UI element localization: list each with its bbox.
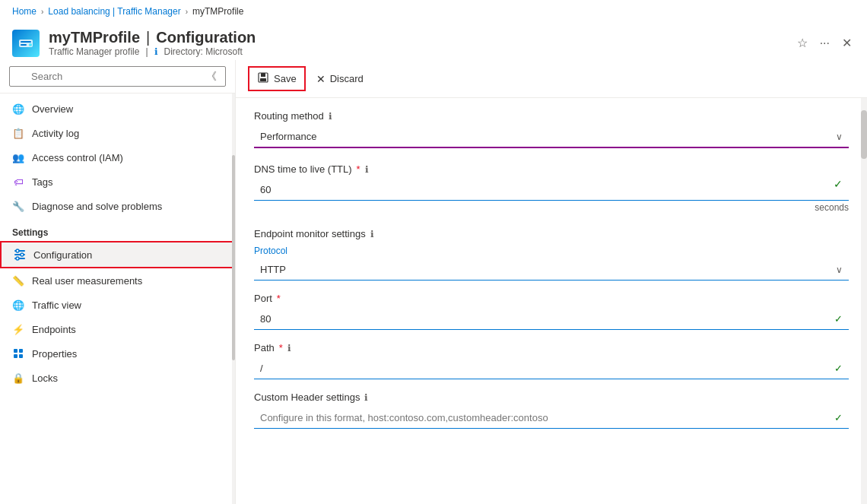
- save-button[interactable]: Save: [248, 66, 306, 91]
- endpoint-monitor-label: Endpoint monitor settings ℹ: [254, 228, 849, 239]
- nav-item-access-control[interactable]: 👥 Access control (IAM): [0, 145, 235, 170]
- endpoint-monitor-info-icon[interactable]: ℹ: [370, 229, 374, 239]
- protocol-select-wrapper: HTTP HTTPS TCP ∨: [254, 259, 849, 281]
- content-toolbar: Save ✕ Discard: [236, 60, 867, 98]
- dns-ttl-input[interactable]: 60: [254, 179, 834, 200]
- sidebar-nav: 🌐 Overview 📋 Activity log 👥 Access contr…: [0, 94, 235, 504]
- people-icon: 👥: [12, 151, 24, 163]
- sidebar-search-container: 🔍 《: [0, 60, 235, 94]
- custom-header-label: Custom Header settings ℹ: [254, 391, 849, 403]
- svg-point-3: [29, 43, 32, 46]
- discard-label: Discard: [330, 73, 364, 84]
- port-input[interactable]: 80: [254, 309, 834, 329]
- port-input-wrapper: 80 ✓: [254, 309, 849, 330]
- nav-label-access-control: Access control (IAM): [32, 152, 123, 163]
- custom-header-check-icon: ✓: [834, 412, 849, 423]
- custom-header-input[interactable]: [254, 407, 834, 428]
- page-title: myTMProfile | Configuration: [49, 29, 256, 46]
- nav-item-configuration[interactable]: Configuration: [0, 241, 235, 268]
- tag-icon: 🏷: [12, 176, 24, 188]
- svg-rect-13: [19, 354, 23, 358]
- routing-method-label: Routing method ℹ: [254, 110, 849, 122]
- nav-item-traffic-view[interactable]: 🌐 Traffic view: [0, 293, 235, 317]
- nav-label-locks: Locks: [32, 372, 58, 384]
- nav-item-endpoints[interactable]: ⚡ Endpoints: [0, 317, 235, 341]
- sidebar-collapse-button[interactable]: 《: [206, 70, 217, 84]
- config-icon: [14, 249, 26, 261]
- star-button[interactable]: ☆: [794, 33, 811, 53]
- nav-label-configuration: Configuration: [33, 249, 92, 261]
- page-header: myTMProfile | Configuration Traffic Mana…: [0, 23, 867, 60]
- globe-icon: 🌐: [12, 103, 24, 115]
- ruler-icon: 📏: [12, 274, 24, 287]
- svg-rect-1: [21, 41, 31, 43]
- breadcrumb-traffic-manager[interactable]: Load balancing | Traffic Manager: [48, 6, 180, 17]
- nav-item-tags[interactable]: 🏷 Tags: [0, 170, 235, 194]
- nav-item-locks[interactable]: 🔒 Locks: [0, 366, 235, 390]
- more-button[interactable]: ···: [817, 33, 833, 53]
- nav-label-endpoints: Endpoints: [32, 324, 76, 335]
- lock-icon: 🔒: [12, 372, 24, 384]
- port-check-icon: ✓: [834, 313, 849, 325]
- svg-point-9: [16, 257, 19, 260]
- path-label: Path * ℹ: [254, 342, 849, 353]
- traffic-icon: 🌐: [12, 299, 24, 311]
- props-icon: [12, 347, 24, 360]
- nav-label-overview: Overview: [32, 103, 73, 115]
- nav-item-diagnose[interactable]: 🔧 Diagnose and solve problems: [0, 194, 235, 218]
- directory-text: Directory: Microsoft: [164, 46, 243, 57]
- routing-method-info-icon[interactable]: ℹ: [329, 111, 332, 122]
- wrench-icon: 🔧: [12, 200, 24, 212]
- dns-ttl-info-icon[interactable]: ℹ: [365, 164, 369, 175]
- routing-method-section: Routing method ℹ Performance Weighted Pr…: [254, 110, 849, 148]
- content-area: Save ✕ Discard Routing method ℹ: [236, 60, 867, 504]
- discard-button[interactable]: ✕ Discard: [309, 69, 371, 89]
- endpoint-monitor-section: Endpoint monitor settings ℹ Protocol HTT…: [254, 228, 849, 429]
- breadcrumb-sep-1: ›: [41, 8, 43, 16]
- close-button[interactable]: ✕: [839, 33, 855, 53]
- svg-point-7: [16, 249, 19, 252]
- svg-rect-15: [261, 73, 265, 77]
- subtitle-text: Traffic Manager profile: [49, 46, 139, 57]
- nav-label-real-user: Real user measurements: [32, 275, 142, 287]
- header-actions: ☆ ··· ✕: [794, 33, 855, 53]
- path-info-icon[interactable]: ℹ: [287, 343, 291, 353]
- svg-point-8: [21, 253, 24, 256]
- dns-ttl-section: DNS time to live (TTL) * ℹ 60 ✓ seconds: [254, 163, 849, 213]
- resource-name: myTMProfile: [49, 29, 140, 46]
- save-icon: [257, 71, 269, 86]
- dns-ttl-required: *: [357, 163, 360, 175]
- svg-rect-16: [260, 78, 266, 81]
- page-title-block: myTMProfile | Configuration Traffic Mana…: [49, 29, 256, 57]
- svg-rect-12: [14, 354, 17, 358]
- search-input[interactable]: [9, 66, 226, 87]
- nav-item-real-user[interactable]: 📏 Real user measurements: [0, 268, 235, 293]
- discard-icon: ✕: [316, 73, 326, 85]
- protocol-label: Protocol: [254, 246, 849, 256]
- main-layout: 🔍 《 🌐 Overview 📋 Activity log 👥 Access c: [0, 60, 867, 504]
- path-input[interactable]: /: [254, 358, 834, 379]
- custom-header-info-icon[interactable]: ℹ: [364, 392, 368, 403]
- nav-item-overview[interactable]: 🌐 Overview: [0, 97, 235, 121]
- search-wrapper: 🔍 《: [9, 66, 226, 87]
- section-name: Configuration: [156, 29, 256, 46]
- routing-method-select[interactable]: Performance Weighted Priority Geographic…: [254, 126, 849, 147]
- nav-item-properties[interactable]: Properties: [0, 341, 235, 366]
- dns-ttl-hint: seconds: [254, 202, 849, 213]
- dns-ttl-input-wrapper: 60 ✓: [254, 179, 849, 201]
- log-icon: 📋: [12, 127, 24, 139]
- nav-label-traffic-view: Traffic view: [32, 300, 81, 311]
- protocol-select[interactable]: HTTP HTTPS TCP: [254, 259, 849, 280]
- routing-method-select-wrapper: Performance Weighted Priority Geographic…: [254, 126, 849, 148]
- nav-label-properties: Properties: [32, 348, 77, 360]
- port-required: *: [277, 293, 281, 304]
- nav-label-activity-log: Activity log: [32, 128, 79, 139]
- path-check-icon: ✓: [834, 363, 849, 374]
- resource-icon: [12, 30, 40, 57]
- breadcrumb-home[interactable]: Home: [12, 6, 37, 17]
- dns-ttl-label: DNS time to live (TTL) * ℹ: [254, 163, 849, 175]
- path-input-wrapper: / ✓: [254, 358, 849, 379]
- content-scroll: Routing method ℹ Performance Weighted Pr…: [236, 98, 867, 504]
- nav-item-activity-log[interactable]: 📋 Activity log: [0, 121, 235, 145]
- breadcrumb: Home › Load balancing | Traffic Manager …: [0, 0, 867, 23]
